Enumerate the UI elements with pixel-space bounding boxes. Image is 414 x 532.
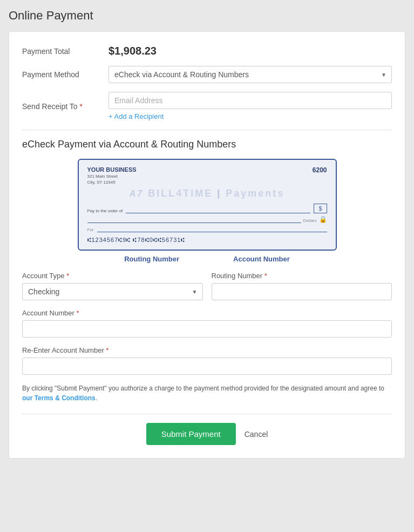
routing-number-input[interactable] (212, 283, 392, 300)
check-micr: ⑆1234567⑆9⑆ ⑆78⑆0⑆⑆56731⑆ (87, 237, 327, 243)
check-for-line (97, 232, 327, 232)
actions-row: Submit Payment Cancel (22, 423, 392, 445)
account-type-label: Account Type * (22, 272, 203, 280)
routing-number-label: Routing Number * (212, 272, 392, 280)
check-payto-label: Pay to the order of (87, 208, 123, 213)
echeck-section-title: eCheck Payment via Account & Routing Num… (22, 139, 392, 150)
check-amount-box: $ (314, 204, 327, 213)
watermark-text: BILL4TIME (148, 188, 213, 199)
account-number-label: Account Number * (22, 309, 392, 317)
lock-icon: 🔒 (319, 216, 327, 223)
check-dollars-row: Dollars 🔒 (87, 216, 327, 223)
watermark-separator: | (217, 188, 221, 199)
check-number: 6200 (313, 166, 327, 185)
check-payto-row: Pay to the order of $ (87, 204, 327, 213)
check-payto-line (126, 206, 310, 213)
watermark-logo-icon: A7 (130, 189, 144, 199)
check-top-row: YOUR BUSINESS 321 Main Street City, ST 1… (87, 166, 327, 185)
account-number-check-label: Account Number (233, 255, 290, 263)
payment-total-value: $1,908.23 (108, 45, 157, 57)
section-divider (22, 130, 392, 130)
check-image-container: YOUR BUSINESS 321 Main Street City, ST 1… (22, 159, 392, 251)
payment-card: Payment Total $1,908.23 Payment Method e… (9, 31, 405, 459)
account-type-select-wrapper: Checking Savings (22, 283, 203, 300)
email-field[interactable] (108, 92, 392, 109)
check-watermark: A7 BILL4TIME | Payments (87, 188, 327, 199)
send-receipt-label: Send Receipt To * (22, 102, 108, 111)
reenter-account-group: Re-Enter Account Number * (22, 346, 392, 375)
account-type-routing-row: Account Type * Checking Savings Routing … (22, 272, 392, 300)
routing-number-group: Routing Number * (212, 272, 392, 300)
terms-text-before: By clicking "Submit Payment" you authori… (22, 385, 384, 392)
terms-text-after: . (96, 394, 97, 402)
check-dollars-line (87, 223, 301, 223)
account-number-input[interactable] (22, 320, 392, 338)
cancel-button[interactable]: Cancel (245, 430, 268, 439)
payment-method-label: Payment Method (22, 70, 108, 79)
page-title: Online Payment (9, 9, 405, 23)
check-business-name: YOUR BUSINESS (87, 166, 137, 173)
submit-payment-button[interactable]: Submit Payment (146, 423, 236, 445)
account-type-group: Account Type * Checking Savings (22, 272, 203, 300)
check-business-info: YOUR BUSINESS 321 Main Street City, ST 1… (87, 166, 137, 185)
check-address-line1: 321 Main Street (87, 174, 137, 179)
payment-method-select[interactable]: eCheck via Account & Routing Numbers (108, 66, 392, 83)
reenter-account-label: Re-Enter Account Number * (22, 346, 392, 354)
payment-total-label: Payment Total (22, 47, 108, 56)
payment-method-row: Payment Method eCheck via Account & Rout… (22, 66, 392, 83)
watermark-suffix: Payments (226, 188, 284, 199)
check-address-line2: City, ST 12345 (87, 180, 137, 185)
send-receipt-row: Send Receipt To * + Add a Recipient (22, 92, 392, 121)
check-labels: Routing Number Account Number (22, 255, 392, 263)
account-type-select[interactable]: Checking Savings (22, 283, 203, 300)
add-recipient-link[interactable]: + Add a Recipient (108, 112, 164, 120)
check-dollars-label: Dollars (303, 218, 317, 223)
payment-method-select-wrapper: eCheck via Account & Routing Numbers (108, 66, 392, 83)
routing-number-check-label: Routing Number (124, 255, 179, 263)
bottom-divider (22, 414, 392, 414)
check-image: YOUR BUSINESS 321 Main Street City, ST 1… (78, 159, 337, 251)
payment-total-row: Payment Total $1,908.23 (22, 45, 392, 57)
reenter-account-input[interactable] (22, 358, 392, 375)
check-for-label: For (87, 227, 94, 232)
terms-link[interactable]: our Terms & Conditions (22, 394, 96, 402)
check-for-row: For (87, 227, 327, 232)
terms-text: By clicking "Submit Payment" you authori… (22, 383, 392, 403)
account-number-group: Account Number * (22, 309, 392, 338)
